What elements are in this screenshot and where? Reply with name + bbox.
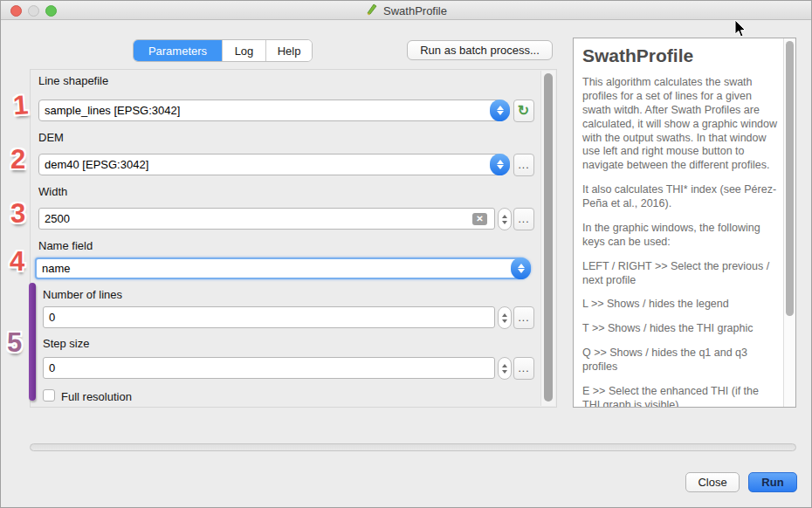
progress-bar [30,443,796,451]
help-heading: SwathProfile [582,45,778,66]
reload-layers-button[interactable]: ↻ [513,100,534,122]
line-shapefile-combobox[interactable]: sample_lines [EPSG:3042] [38,100,510,121]
help-content: SwathProfile This algorithm calculates t… [574,38,783,407]
tab-log[interactable]: Log [223,40,266,61]
width-input[interactable]: 2500 ✕ [38,208,495,230]
name-field-value: name [42,262,71,275]
full-resolution-label: Full resolution [61,390,132,403]
swathprofile-dialog: SwathProfile Parameters Log Help Run as … [0,0,812,508]
title-bar[interactable]: SwathProfile [1,1,811,20]
line-shapefile-value: sample_lines [EPSG:3042] [45,104,180,117]
help-scrollbar-thumb[interactable] [786,41,794,316]
form-scrollbar[interactable] [540,71,555,406]
chevron-updown-icon [490,100,510,121]
name-field-label: Name field [38,239,93,252]
help-paragraph: This algorithm calculates the swath prof… [582,76,778,173]
help-paragraph: E >> Select the enhanced THI (if the THI… [582,385,778,408]
reload-icon: ↻ [518,104,530,118]
help-paragraph: In the graphic windows, the following ke… [582,222,778,250]
annotation-bracket-bar [29,283,36,401]
help-paragraph: It also calculates THI* index (see Pérez… [582,183,778,211]
window-title: SwathProfile [383,4,447,17]
help-paragraph: Q >> Shows / hides the q1 and q3 profile… [582,347,778,374]
annotation-number-3: 3 [10,200,25,227]
number-of-lines-input[interactable]: 0 [43,306,495,328]
full-resolution-checkbox[interactable] [43,389,55,402]
number-of-lines-browse-button[interactable]: ... [513,306,534,329]
dem-value: dem40 [EPSG:3042] [45,158,148,171]
chevron-updown-icon [490,154,510,175]
tab-parameters[interactable]: Parameters [134,40,223,61]
help-paragraph: LEFT / RIGHT >> Select the previous / ne… [582,260,778,288]
dem-combobox[interactable]: dem40 [EPSG:3042] [38,154,510,175]
number-of-lines-label: Number of lines [43,288,122,301]
clear-field-icon[interactable]: ✕ [472,213,487,225]
parameters-panel: Line shapefile sample_lines [EPSG:3042] … [30,69,557,408]
dem-label: DEM [38,131,64,144]
tab-help[interactable]: Help [266,40,312,61]
name-field-combobox[interactable]: name [35,257,531,279]
number-of-lines-value: 0 [49,311,55,324]
annotation-number-5: 5 [7,329,22,356]
close-button[interactable]: Close [685,472,740,492]
line-shapefile-label: Line shapefile [38,74,108,87]
step-size-value: 0 [49,361,55,374]
help-paragraph: L >> Shows / hides the legend [582,298,778,312]
step-size-input[interactable]: 0 [43,357,495,379]
chevron-updown-icon [511,257,531,279]
step-size-stepper[interactable] [498,357,512,380]
step-size-browse-button[interactable]: ... [513,357,534,380]
width-value: 2500 [45,212,70,225]
run-button[interactable]: Run [748,472,797,492]
dem-browse-button[interactable]: ... [513,154,534,176]
annotation-number-1: 1 [12,91,29,119]
number-of-lines-stepper[interactable] [498,306,512,329]
mouse-cursor [734,19,747,38]
form-scrollbar-thumb[interactable] [544,73,553,402]
qgis-icon [365,3,378,19]
help-paragraph: T >> Shows / hides the THI graphic [582,322,778,336]
annotation-number-2: 2 [10,146,25,173]
width-label: Width [38,185,67,198]
help-scrollbar[interactable] [783,38,795,407]
annotation-number-4: 4 [10,248,24,275]
step-size-label: Step size [43,337,89,350]
width-browse-button[interactable]: ... [513,208,534,230]
width-stepper[interactable] [498,208,512,230]
tab-bar: Parameters Log Help [133,39,313,62]
help-panel: SwathProfile This algorithm calculates t… [573,38,796,408]
run-as-batch-button[interactable]: Run as batch process... [407,40,553,60]
